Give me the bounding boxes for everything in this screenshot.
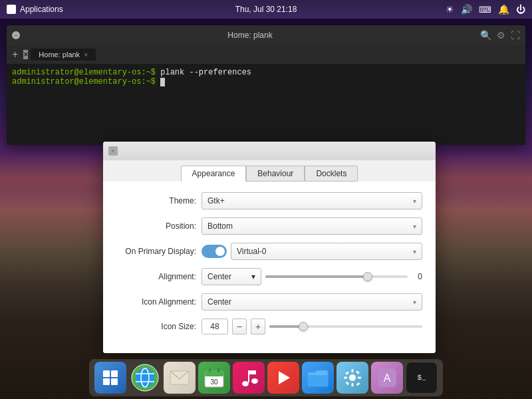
dock-item-files[interactable] [94, 362, 126, 394]
dock-item-calendar[interactable]: 30 [198, 362, 230, 394]
dock-item-terminal[interactable]: $_ [406, 362, 438, 394]
svg-rect-21 [217, 368, 219, 372]
dialog-tab-appearance[interactable]: Appearance [181, 166, 247, 182]
primary-display-toggle[interactable] [201, 245, 227, 258]
svg-point-3 [8, 9, 10, 11]
alignment-value: Center [207, 272, 231, 281]
theme-select[interactable]: Gtk+ ▾ [201, 192, 422, 209]
brightness-icon[interactable]: ☀ [446, 4, 454, 15]
svg-rect-32 [358, 377, 361, 379]
alignment-slider-container: 0 [265, 272, 422, 281]
terminal-close-btn[interactable]: × [12, 31, 20, 39]
icon-size-slider-track[interactable] [269, 325, 422, 328]
svg-point-14 [136, 368, 154, 387]
svg-point-24 [251, 378, 258, 384]
terminal-line1: administrator@elementary-os:~$ plank --p… [12, 68, 520, 77]
svg-text:A: A [384, 372, 391, 384]
svg-point-6 [8, 11, 10, 13]
terminal-line2: administrator@elementary-os:~$ [12, 77, 520, 86]
dialog-tab-docklets[interactable]: Docklets [305, 166, 358, 182]
position-select[interactable]: Bottom ▾ [201, 217, 422, 235]
primary-display-label: On Primary Display: [116, 247, 196, 256]
dialog-titlebar: × [103, 142, 436, 160]
volume-icon[interactable]: 🔊 [461, 4, 472, 15]
terminal-new-tab-btn[interactable]: + [9, 49, 21, 61]
icon-alignment-row: Icon Alignment: Center ▾ [116, 293, 422, 311]
primary-display-control: Virtual-0 ▾ [201, 243, 422, 260]
power-icon[interactable]: ⏻ [516, 4, 525, 15]
alignment-control: Center ▾ 0 [201, 268, 422, 285]
desktop: × Home: plank 🔍 ⚙ ⛶ + × Home: plank × ad… [0, 19, 532, 399]
terminal-tab[interactable]: Home: plank × [31, 49, 96, 61]
position-arrow-icon: ▾ [413, 223, 416, 230]
dock-item-settings[interactable] [336, 362, 368, 394]
icon-alignment-label: Icon Alignment: [116, 297, 196, 307]
icon-size-increment-btn[interactable]: + [251, 319, 265, 334]
terminal-content: administrator@elementary-os:~$ plank --p… [7, 64, 525, 145]
terminal-window: × Home: plank 🔍 ⚙ ⛶ + × Home: plank × ad… [7, 25, 525, 145]
svg-point-5 [13, 9, 15, 11]
icon-size-input[interactable]: 48 [201, 319, 228, 334]
svg-rect-29 [352, 369, 354, 372]
virtual-value: Virtual-0 [237, 247, 266, 256]
svg-rect-19 [205, 371, 223, 376]
dock: 30 [0, 352, 532, 399]
icon-alignment-control: Center ▾ [201, 293, 422, 311]
dialog-tab-behaviour[interactable]: Behaviour [246, 166, 305, 182]
position-row: Position: Bottom ▾ [116, 217, 422, 235]
alignment-select[interactable]: Center ▾ [201, 268, 261, 285]
svg-rect-30 [352, 383, 354, 386]
dock-item-video[interactable] [267, 362, 299, 394]
dock-item-music[interactable] [233, 362, 265, 394]
icon-size-row: Icon Size: 48 − + [116, 319, 422, 334]
icon-size-decrement-btn[interactable]: − [232, 319, 247, 334]
theme-row: Theme: Gtk+ ▾ [116, 192, 422, 209]
dock-item-browser[interactable] [129, 362, 161, 394]
apps-icon [7, 5, 16, 14]
svg-rect-20 [209, 368, 211, 372]
svg-rect-35 [346, 382, 350, 386]
virtual-select[interactable]: Virtual-0 ▾ [231, 243, 422, 260]
svg-rect-11 [103, 378, 110, 385]
terminal-tab-label: Home: plank [39, 51, 80, 59]
svg-point-0 [8, 6, 10, 8]
icon-size-slider-thumb[interactable] [299, 322, 308, 331]
keyboard-icon[interactable]: ⌨ [479, 5, 491, 15]
terminal-tabs: + × Home: plank × [7, 45, 525, 64]
position-value: Bottom [207, 221, 233, 231]
terminal-tab-close-btn[interactable]: × [23, 50, 28, 59]
alignment-slider-track[interactable] [265, 275, 408, 278]
dialog-body: Theme: Gtk+ ▾ Position: Bottom ▾ [103, 182, 436, 353]
alignment-slider-thumb[interactable] [363, 272, 372, 281]
dock-item-mail[interactable] [164, 362, 196, 394]
alignment-slider-value: 0 [412, 272, 422, 281]
dock-item-folder[interactable] [302, 362, 334, 394]
icon-size-control: 48 − + [201, 319, 422, 334]
terminal-tab-close-icon[interactable]: × [84, 51, 88, 59]
topbar-left: Applications [7, 5, 63, 14]
apps-label[interactable]: Applications [20, 5, 63, 14]
svg-rect-36 [356, 370, 360, 374]
topbar-datetime: Thu, Jul 30 21:18 [235, 5, 297, 14]
terminal-search-icon[interactable]: 🔍 [480, 30, 491, 41]
svg-point-1 [11, 6, 13, 8]
topbar-right: ☀ 🔊 ⌨ 🔔 ⏻ [446, 4, 525, 15]
dock-item-appstore[interactable]: A [371, 362, 403, 394]
svg-point-8 [13, 11, 15, 13]
svg-text:30: 30 [210, 378, 218, 386]
icon-alignment-value: Center [207, 297, 231, 307]
terminal-cursor [160, 78, 165, 86]
svg-point-4 [11, 9, 13, 11]
icon-size-slider-container [269, 325, 422, 328]
terminal-settings-icon[interactable]: ⚙ [497, 30, 505, 41]
icon-alignment-select[interactable]: Center ▾ [201, 293, 422, 311]
icon-alignment-arrow-icon: ▾ [413, 299, 416, 306]
terminal-maximize-icon[interactable]: ⛶ [511, 30, 520, 41]
notification-icon[interactable]: 🔔 [498, 4, 509, 15]
icon-size-value: 48 [210, 322, 219, 331]
svg-marker-27 [279, 371, 290, 384]
topbar: Applications Thu, Jul 30 21:18 ☀ 🔊 ⌨ 🔔 ⏻ [0, 0, 532, 19]
dialog-close-btn[interactable]: × [108, 146, 118, 156]
svg-rect-33 [345, 371, 349, 375]
svg-rect-34 [356, 382, 360, 386]
